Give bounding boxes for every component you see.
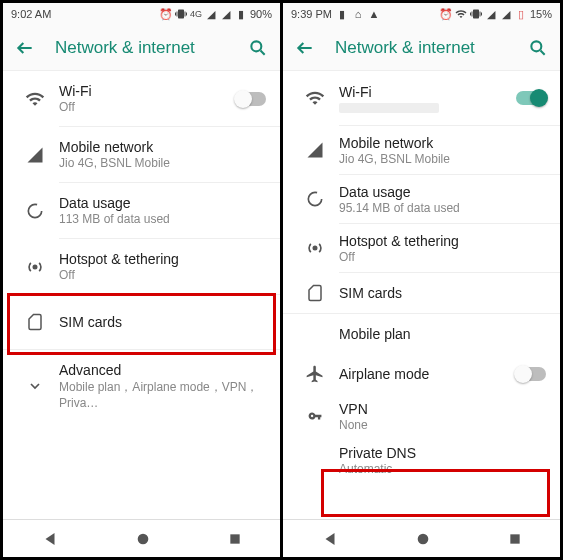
wifi-switch[interactable] [236,92,266,106]
nav-home-icon[interactable] [415,531,431,547]
row-wifi[interactable]: Wi-Fi Off [3,71,280,126]
mobile-title: Mobile network [339,135,546,151]
row-mobile-plan[interactable]: Mobile plan [283,314,560,354]
navbar [283,519,560,557]
row-sim[interactable]: SIM cards [3,295,280,349]
signal-icon [17,146,53,164]
row-vpn[interactable]: VPN None [283,394,560,438]
up-icon: ▲ [368,8,380,20]
settings-list: Wi-Fi Off Mobile network Jio 4G, BSNL Mo… [3,71,280,519]
status-time: 9:02 AM [11,8,51,20]
svg-rect-9 [510,534,519,543]
statusbar: 9:39 PM ▮ ⌂ ▲ ⏰ ◢ ◢ ▯ 15% [283,3,560,25]
data-usage-icon [297,189,333,209]
wifi-sub [339,103,439,113]
nav-back-icon[interactable] [321,530,339,548]
row-sim[interactable]: SIM cards [283,273,560,313]
settings-list: Wi-Fi Mobile network Jio 4G, BSNL Mobile… [283,71,560,519]
advanced-title: Advanced [59,362,266,378]
vpn-title: VPN [339,401,546,417]
wifi-switch[interactable] [516,91,546,105]
back-icon[interactable] [295,38,315,58]
nav-recent-icon[interactable] [508,532,522,546]
hotspot-icon [17,257,53,277]
vpn-key-icon [297,409,333,423]
row-wifi[interactable]: Wi-Fi [283,71,560,125]
battery-icon: ▮ [235,8,247,20]
svg-point-5 [531,41,541,51]
battery-label: 90% [250,8,272,20]
alarm-icon: ⏰ [160,8,172,20]
airplane-switch[interactable] [516,367,546,381]
plan-title: Mobile plan [339,326,546,342]
row-mobile[interactable]: Mobile network Jio 4G, BSNL Mobile [3,127,280,182]
svg-point-3 [138,533,149,544]
data-usage-icon [17,201,53,221]
signal-icon-2: ◢ [500,8,512,20]
appbar: Network & internet [3,25,280,71]
alarm-icon: ⏰ [440,8,452,20]
svg-point-7 [313,246,316,249]
vpn-sub: None [339,418,546,432]
sim-icon [17,312,53,332]
wifi-title: Wi-Fi [59,83,236,99]
row-hotspot[interactable]: Hotspot & tethering Off [3,239,280,294]
hotspot-title: Hotspot & tethering [59,251,266,267]
wifi-status-icon [455,8,467,20]
hotspot-title: Hotspot & tethering [339,233,546,249]
battery-label: 15% [530,8,552,20]
nav-recent-icon[interactable] [228,532,242,546]
svg-point-0 [251,41,261,51]
row-mobile[interactable]: Mobile network Jio 4G, BSNL Mobile [283,126,560,174]
hotspot-icon [297,238,333,258]
hotspot-sub: Off [339,250,546,264]
airplane-icon [297,364,333,384]
data-sub: 113 MB of data used [59,212,266,226]
row-private-dns[interactable]: Private DNS Automatic [283,438,560,482]
wifi-icon [297,88,333,108]
battery-icon: ▯ [515,8,527,20]
signal-icon-2: ◢ [220,8,232,20]
hotspot-sub: Off [59,268,266,282]
signal-icon [297,141,333,159]
row-data[interactable]: Data usage 113 MB of data used [3,183,280,238]
phone-left: 9:02 AM ⏰ 4G ◢ ◢ ▮ 90% Network & interne… [3,3,280,557]
vibrate-icon [175,8,187,20]
mobile-sub: Jio 4G, BSNL Mobile [339,152,546,166]
row-hotspot[interactable]: Hotspot & tethering Off [283,224,560,272]
signal-icon: ◢ [205,8,217,20]
row-airplane[interactable]: Airplane mode [283,354,560,394]
back-icon[interactable] [15,38,35,58]
data-sub: 95.14 MB of data used [339,201,546,215]
status-time: 9:39 PM [291,8,332,20]
svg-point-1 [28,204,41,217]
search-icon[interactable] [528,38,548,58]
home-icon: ⌂ [352,8,364,20]
advanced-sub: Mobile plan，Airplane mode，VPN，Priva… [59,379,266,410]
svg-point-8 [418,533,429,544]
signal-icon: ◢ [485,8,497,20]
sim-icon [297,283,333,303]
sim-title: SIM cards [339,285,546,301]
page-title: Network & internet [335,38,528,58]
navbar [3,519,280,557]
search-icon[interactable] [248,38,268,58]
nav-home-icon[interactable] [135,531,151,547]
row-advanced[interactable]: Advanced Mobile plan，Airplane mode，VPN，P… [3,350,280,422]
nav-back-icon[interactable] [41,530,59,548]
data-title: Data usage [59,195,266,211]
sd-icon: ▮ [336,8,348,20]
wifi-title: Wi-Fi [339,84,516,100]
svg-point-2 [33,265,36,268]
vibrate-icon [470,8,482,20]
page-title: Network & internet [55,38,248,58]
data-title: Data usage [339,184,546,200]
svg-point-6 [308,192,321,205]
chevron-down-icon [17,378,53,394]
svg-rect-4 [230,534,239,543]
net-label: 4G [190,9,202,19]
airplane-title: Airplane mode [339,366,516,382]
mobile-sub: Jio 4G, BSNL Mobile [59,156,266,170]
row-data[interactable]: Data usage 95.14 MB of data used [283,175,560,223]
wifi-icon [17,89,53,109]
